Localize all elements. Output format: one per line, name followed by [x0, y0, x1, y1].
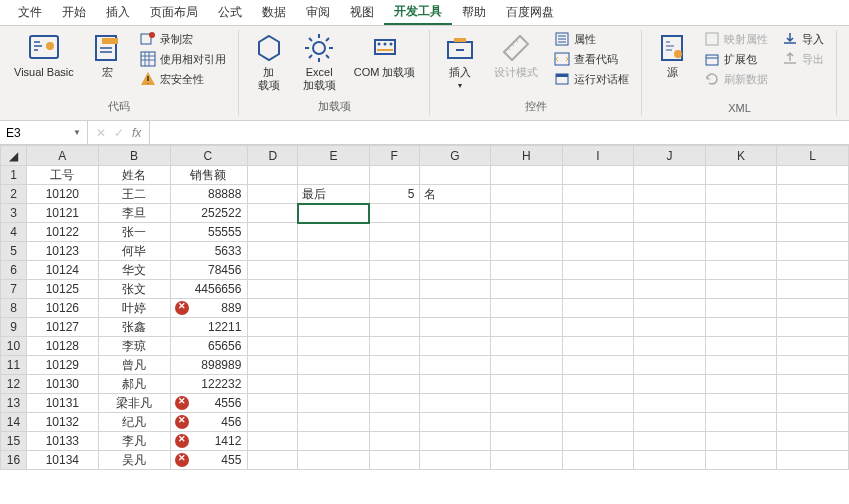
- insert-control-button[interactable]: 插入▾: [438, 30, 482, 93]
- cell-J16[interactable]: [634, 451, 706, 470]
- cell-B10[interactable]: 李琼: [98, 337, 170, 356]
- cell-C2[interactable]: 88888: [170, 185, 248, 204]
- tab-3[interactable]: 页面布局: [140, 0, 208, 25]
- cell-B13[interactable]: 梁非凡: [98, 394, 170, 413]
- cell-A14[interactable]: 10132: [26, 413, 98, 432]
- cell-K16[interactable]: [705, 451, 777, 470]
- row-header-4[interactable]: 4: [1, 223, 27, 242]
- cell-B12[interactable]: 郝凡: [98, 375, 170, 394]
- cell-D6[interactable]: [248, 261, 298, 280]
- cell-B2[interactable]: 王二: [98, 185, 170, 204]
- cell-I10[interactable]: [562, 337, 634, 356]
- cell-G5[interactable]: [419, 242, 491, 261]
- cell-K12[interactable]: [705, 375, 777, 394]
- relative-ref-button[interactable]: 使用相对引用: [136, 50, 230, 68]
- cell-I8[interactable]: [562, 299, 634, 318]
- cell-F4[interactable]: [369, 223, 419, 242]
- cell-H5[interactable]: [491, 242, 563, 261]
- cell-D12[interactable]: [248, 375, 298, 394]
- select-all-corner[interactable]: ◢: [1, 146, 27, 166]
- cell-F15[interactable]: [369, 432, 419, 451]
- cell-G10[interactable]: [419, 337, 491, 356]
- cell-K5[interactable]: [705, 242, 777, 261]
- cell-I14[interactable]: [562, 413, 634, 432]
- cell-G3[interactable]: [419, 204, 491, 223]
- cell-E8[interactable]: [298, 299, 370, 318]
- cell-K11[interactable]: [705, 356, 777, 375]
- cell-F6[interactable]: [369, 261, 419, 280]
- com-addins-button[interactable]: COM 加载项: [348, 30, 422, 81]
- col-header-J[interactable]: J: [634, 146, 706, 166]
- cell-D8[interactable]: [248, 299, 298, 318]
- cell-D2[interactable]: [248, 185, 298, 204]
- cell-B7[interactable]: 张文: [98, 280, 170, 299]
- cell-I7[interactable]: [562, 280, 634, 299]
- cell-J8[interactable]: [634, 299, 706, 318]
- cell-F2[interactable]: 5: [369, 185, 419, 204]
- cell-L11[interactable]: [777, 356, 849, 375]
- cell-F3[interactable]: [369, 204, 419, 223]
- cell-K13[interactable]: [705, 394, 777, 413]
- cell-A2[interactable]: 10120: [26, 185, 98, 204]
- cell-G1[interactable]: [419, 166, 491, 185]
- cell-C7[interactable]: 4456656: [170, 280, 248, 299]
- cell-E1[interactable]: [298, 166, 370, 185]
- cancel-formula-button[interactable]: ✕: [96, 126, 106, 140]
- cell-K15[interactable]: [705, 432, 777, 451]
- cell-F12[interactable]: [369, 375, 419, 394]
- cell-L5[interactable]: [777, 242, 849, 261]
- cell-F8[interactable]: [369, 299, 419, 318]
- cell-J5[interactable]: [634, 242, 706, 261]
- cell-C12[interactable]: 122232: [170, 375, 248, 394]
- cell-D4[interactable]: [248, 223, 298, 242]
- cell-A6[interactable]: 10124: [26, 261, 98, 280]
- col-header-K[interactable]: K: [705, 146, 777, 166]
- cell-C4[interactable]: 55555: [170, 223, 248, 242]
- cell-D1[interactable]: [248, 166, 298, 185]
- xml-import-button[interactable]: 导入: [778, 30, 828, 48]
- cell-E2[interactable]: 最后: [298, 185, 370, 204]
- cell-F11[interactable]: [369, 356, 419, 375]
- record-macro-button[interactable]: 录制宏: [136, 30, 230, 48]
- properties-button[interactable]: 属性: [550, 30, 633, 48]
- cell-B11[interactable]: 曾凡: [98, 356, 170, 375]
- cell-I16[interactable]: [562, 451, 634, 470]
- cell-F16[interactable]: [369, 451, 419, 470]
- cell-B6[interactable]: 华文: [98, 261, 170, 280]
- cell-J12[interactable]: [634, 375, 706, 394]
- map-properties-button[interactable]: 映射属性: [700, 30, 772, 48]
- cell-L12[interactable]: [777, 375, 849, 394]
- row-header-2[interactable]: 2: [1, 185, 27, 204]
- cell-K2[interactable]: [705, 185, 777, 204]
- cell-G6[interactable]: [419, 261, 491, 280]
- row-header-5[interactable]: 5: [1, 242, 27, 261]
- cell-B9[interactable]: 张鑫: [98, 318, 170, 337]
- cell-A10[interactable]: 10128: [26, 337, 98, 356]
- col-header-G[interactable]: G: [419, 146, 491, 166]
- cell-J14[interactable]: [634, 413, 706, 432]
- cell-C8[interactable]: 889: [170, 299, 248, 318]
- cell-C10[interactable]: 65656: [170, 337, 248, 356]
- cell-L14[interactable]: [777, 413, 849, 432]
- tab-6[interactable]: 审阅: [296, 0, 340, 25]
- cell-G16[interactable]: [419, 451, 491, 470]
- cell-H8[interactable]: [491, 299, 563, 318]
- cell-J10[interactable]: [634, 337, 706, 356]
- cell-J11[interactable]: [634, 356, 706, 375]
- cell-G13[interactable]: [419, 394, 491, 413]
- macro-security-button[interactable]: 宏安全性: [136, 70, 230, 88]
- cell-L2[interactable]: [777, 185, 849, 204]
- cell-C11[interactable]: 898989: [170, 356, 248, 375]
- cell-E3[interactable]: [298, 204, 370, 223]
- cell-G12[interactable]: [419, 375, 491, 394]
- row-header-12[interactable]: 12: [1, 375, 27, 394]
- cell-I9[interactable]: [562, 318, 634, 337]
- cell-D13[interactable]: [248, 394, 298, 413]
- cell-G8[interactable]: [419, 299, 491, 318]
- row-header-7[interactable]: 7: [1, 280, 27, 299]
- cell-B14[interactable]: 纪凡: [98, 413, 170, 432]
- cell-L8[interactable]: [777, 299, 849, 318]
- cell-E12[interactable]: [298, 375, 370, 394]
- col-header-B[interactable]: B: [98, 146, 170, 166]
- cell-L4[interactable]: [777, 223, 849, 242]
